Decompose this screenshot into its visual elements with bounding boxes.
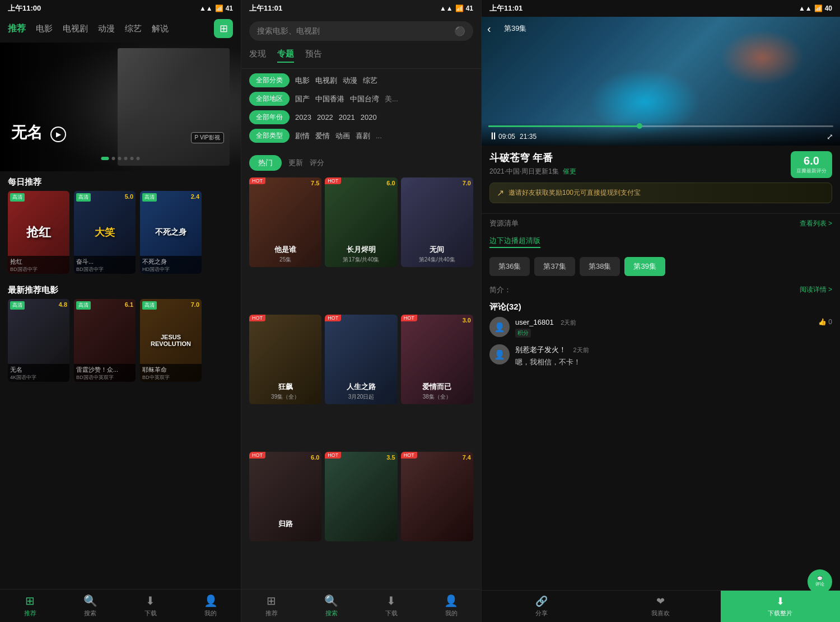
daily-movie-3[interactable]: 不死之身 高清 2.4 不死之身 HD国语中字 xyxy=(140,191,202,274)
filter-row-category: 全部分类 电影 电视剧 动漫 综艺 xyxy=(249,73,473,87)
nav-variety[interactable]: 综艺 xyxy=(125,24,142,34)
nav-recommend[interactable]: 推荐 xyxy=(8,23,26,35)
search-bar[interactable]: 搜索电影、电视剧 ⚫ xyxy=(249,21,473,41)
filter-hk[interactable]: 中国香港 xyxy=(315,94,344,104)
video-player[interactable]: ‹ 第39集 ⏸ 09:05 21:35 ⤢ xyxy=(482,17,840,146)
action-share[interactable]: 🔗 分享 xyxy=(482,591,601,622)
new-movie-2[interactable]: 高清 6.1 雷霆沙赞！众... BD国语中英双字 xyxy=(74,299,136,382)
content-card-5[interactable]: HOT 人生之路 3月20日起 xyxy=(325,315,397,404)
content-card-9[interactable]: HOT 7.4 xyxy=(401,452,473,541)
content-score-3: 7.0 xyxy=(463,180,471,186)
intro-link[interactable]: 阅读详情 > xyxy=(800,285,832,295)
tab-topics[interactable]: 专题 xyxy=(277,49,294,63)
filter-romance[interactable]: 爱情 xyxy=(315,131,330,141)
bottom-nav-1: ⊞ 推荐 🔍 搜索 ⬇ 下载 👤 我的 xyxy=(0,589,241,622)
filter-us[interactable]: 美... xyxy=(385,94,398,104)
search-submit-icon[interactable]: ⚫ xyxy=(454,26,465,36)
video-progress-bar[interactable] xyxy=(488,125,833,127)
filter-all-genres[interactable]: 全部类型 xyxy=(249,129,290,143)
grid-button[interactable]: ⊞ xyxy=(214,19,233,38)
content-card-4[interactable]: HOT 狂飙 39集（全） xyxy=(249,315,321,404)
nav-anime[interactable]: 动漫 xyxy=(98,24,115,34)
hero-play-button[interactable]: ▶ xyxy=(50,127,66,142)
filter-variety[interactable]: 综艺 xyxy=(363,76,377,86)
episode-buttons: 第36集 第37集 第38集 第39集 xyxy=(482,252,840,280)
content-card-7[interactable]: HOT 6.0 归路 xyxy=(249,452,321,541)
ep-btn-38[interactable]: 第38集 xyxy=(580,257,620,276)
sort-hot[interactable]: 热门 xyxy=(249,155,282,171)
show-update-btn[interactable]: 催更 xyxy=(563,167,576,175)
filter-2020[interactable]: 2020 xyxy=(361,113,377,121)
filter-2023[interactable]: 2023 xyxy=(295,113,311,121)
video-episode-label: 第39集 xyxy=(504,24,526,34)
hero-banner[interactable]: 无名 ▶ P VIP影视 xyxy=(0,43,241,171)
action-like[interactable]: ❤ 我喜欢 xyxy=(601,591,720,622)
content-card-6[interactable]: HOT 3.0 爱情而已 38集（全） xyxy=(401,315,473,404)
new-movies-row: 高清 4.8 无名 4K国语中字 高清 6.1 雷霆沙赞！众... BD国语中英… xyxy=(0,299,241,387)
comment-float-button[interactable]: 💬 评论 xyxy=(808,569,832,594)
filter-tw[interactable]: 中国台湾 xyxy=(350,94,379,104)
action-download[interactable]: ⬇ 下载整片 xyxy=(721,591,840,622)
filter-all-regions[interactable]: 全部地区 xyxy=(249,92,290,106)
bottom-nav-download-2[interactable]: ⬇ 下载 xyxy=(361,590,421,622)
show-title-row: 斗破苍穹 年番 2021·中国·周日更新1集 催更 6.0 豆瓣最新评分 xyxy=(489,151,832,178)
ep-btn-36[interactable]: 第36集 xyxy=(489,257,530,276)
bottom-nav-search-2[interactable]: 🔍 搜索 xyxy=(301,590,361,622)
video-progress-fill xyxy=(488,125,637,127)
daily-movie-2[interactable]: 大笑 高清 5.0 奋斗... BD国语中字 xyxy=(74,191,136,274)
invite-banner[interactable]: ↗ 邀请好友获取奖励100元可直接提现到支付宝 xyxy=(489,183,832,203)
ep-btn-37[interactable]: 第37集 xyxy=(534,257,575,276)
ep-btn-39[interactable]: 第39集 xyxy=(624,257,665,276)
filter-animation[interactable]: 动画 xyxy=(335,131,350,141)
filter-all-years[interactable]: 全部年份 xyxy=(249,110,290,124)
filter-tvshow[interactable]: 电视剧 xyxy=(315,76,337,86)
share-label: 分享 xyxy=(535,609,548,618)
content-card-1[interactable]: HOT 7.5 他是谁 25集 xyxy=(249,177,321,267)
sort-score[interactable]: 评分 xyxy=(310,155,324,171)
comment-float-label: 评论 xyxy=(815,581,824,587)
filter-movie[interactable]: 电影 xyxy=(295,76,310,86)
filter-comedy[interactable]: 喜剧 xyxy=(356,131,370,141)
wifi-icon-1: 📶 xyxy=(215,4,223,12)
bottom-nav-recommend-1[interactable]: ⊞ 推荐 xyxy=(0,590,60,622)
comment-text-2: 嗯，我相信，不卡！ xyxy=(515,357,832,367)
content-card-8[interactable]: HOT 3.5 xyxy=(325,452,397,541)
filter-anime[interactable]: 动漫 xyxy=(343,76,357,86)
sort-update[interactable]: 更新 xyxy=(288,155,303,171)
content-card-3[interactable]: 7.0 无间 第24集/共40集 xyxy=(401,177,473,267)
like-label: 我喜欢 xyxy=(651,609,670,618)
resource-link[interactable]: 查看列表 > xyxy=(800,219,832,228)
tab-trailers[interactable]: 预告 xyxy=(305,49,322,63)
new-section-label: 最新推荐电影 xyxy=(0,279,241,299)
daily-movie-1[interactable]: 抢红 高清 抢红 BD国语中字 xyxy=(8,191,69,274)
signal-icon-1: ▲▲ xyxy=(199,4,213,12)
filter-more[interactable]: ... xyxy=(376,132,382,140)
bottom-nav-recommend-2[interactable]: ⊞ 推荐 xyxy=(241,590,301,622)
resource-row: 资源清单 查看列表 > xyxy=(482,213,840,233)
comment-header-1: user_16801 2天前 👍 0 xyxy=(515,317,832,327)
filter-domestic[interactable]: 国产 xyxy=(295,94,310,104)
new-movie-1[interactable]: 高清 4.8 无名 4K国语中字 xyxy=(8,299,69,382)
filter-2022[interactable]: 2022 xyxy=(317,113,333,121)
content-card-2[interactable]: HOT 6.0 长月烬明 第17集/共40集 xyxy=(325,177,397,267)
share-icon: ↗ xyxy=(497,188,504,198)
comment-like-1[interactable]: 👍 0 xyxy=(818,318,832,326)
filter-drama[interactable]: 剧情 xyxy=(295,131,310,141)
bottom-nav-download-1[interactable]: ⬇ 下载 xyxy=(120,590,181,622)
video-fullscreen-icon[interactable]: ⤢ xyxy=(827,132,833,141)
filter-2021[interactable]: 2021 xyxy=(339,113,355,121)
bottom-nav-search-1[interactable]: 🔍 搜索 xyxy=(60,590,121,622)
nav-tvshow[interactable]: 电视剧 xyxy=(63,24,88,34)
filter-all-categories[interactable]: 全部分类 xyxy=(249,73,290,87)
show-info-section: 斗破苍穹 年番 2021·中国·周日更新1集 催更 6.0 豆瓣最新评分 ↗ 邀… xyxy=(482,146,840,213)
hot-badge-4: HOT xyxy=(249,315,265,321)
content-title-5: 人生之路 xyxy=(325,382,397,392)
new-movie-3[interactable]: JESUS REVOLUTION 高清 7.0 耶稣革命 BD中英双字 xyxy=(140,299,202,382)
tab-discover[interactable]: 发现 xyxy=(249,49,266,63)
video-back-button[interactable]: ‹ xyxy=(487,22,491,35)
bottom-nav-profile-1[interactable]: 👤 我的 xyxy=(181,590,241,622)
nav-commentary[interactable]: 解说 xyxy=(152,24,169,34)
nav-movie[interactable]: 电影 xyxy=(36,24,53,34)
video-pause-icon[interactable]: ⏸ xyxy=(488,130,498,142)
bottom-nav-profile-2[interactable]: 👤 我的 xyxy=(421,590,481,622)
